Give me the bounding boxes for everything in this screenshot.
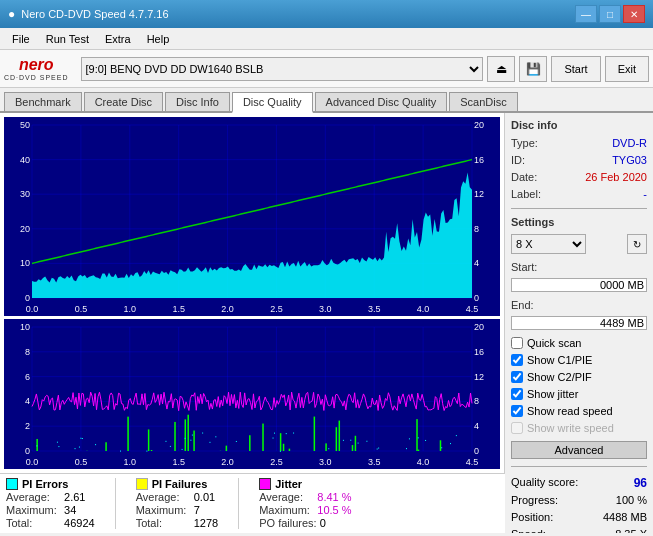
- disc-type-value: DVD-R: [612, 137, 647, 149]
- pi-errors-total: Total: 46924: [6, 517, 95, 529]
- tab-disc-info[interactable]: Disc Info: [165, 92, 230, 111]
- menu-extra[interactable]: Extra: [97, 31, 139, 47]
- tab-disc-quality[interactable]: Disc Quality: [232, 92, 313, 113]
- pi-errors-total-val: 46924: [64, 517, 95, 529]
- pi-errors-label: PI Errors: [22, 478, 68, 490]
- jitter-po-val: 0: [320, 517, 326, 529]
- advanced-button[interactable]: Advanced: [511, 441, 647, 459]
- pi-failures-max: Maximum: 7: [136, 504, 219, 516]
- close-button[interactable]: ✕: [623, 5, 645, 23]
- show-jitter-checkbox[interactable]: [511, 388, 523, 400]
- tab-advanced-disc-quality[interactable]: Advanced Disc Quality: [315, 92, 448, 111]
- pi-failures-group: PI Failures Average: 0.01 Maximum: 7 Tot…: [136, 478, 219, 529]
- save-button[interactable]: 💾: [519, 56, 547, 82]
- show-c1pie-row: Show C1/PIE: [511, 354, 647, 366]
- tab-create-disc[interactable]: Create Disc: [84, 92, 163, 111]
- pi-failures-max-val: 7: [194, 504, 200, 516]
- title-bar-left: ● Nero CD-DVD Speed 4.7.7.16: [8, 7, 169, 21]
- chart-area: [0, 113, 505, 473]
- quick-scan-row: Quick scan: [511, 337, 647, 349]
- menu-run-test[interactable]: Run Test: [38, 31, 97, 47]
- stats-area: PI Errors Average: 2.61 Maximum: 34 Tota…: [0, 473, 505, 533]
- drive-select[interactable]: [9:0] BENQ DVD DD DW1640 BSLB: [81, 57, 484, 81]
- show-write-speed-checkbox[interactable]: [511, 422, 523, 434]
- nero-logo-sub: CD·DVD SPEED: [4, 74, 69, 81]
- upper-chart: [4, 117, 500, 316]
- speed-value: 8.35 X: [615, 528, 647, 533]
- settings-title: Settings: [511, 216, 647, 228]
- eject-button[interactable]: ⏏: [487, 56, 515, 82]
- pi-errors-group: PI Errors Average: 2.61 Maximum: 34 Tota…: [6, 478, 95, 529]
- show-read-speed-checkbox[interactable]: [511, 405, 523, 417]
- lower-chart-container: [4, 319, 500, 469]
- quick-scan-label: Quick scan: [527, 337, 581, 349]
- speed-row: 8 X Maximum 1 X 2 X 4 X 16 X ↻: [511, 234, 647, 254]
- menu-help[interactable]: Help: [139, 31, 178, 47]
- disc-id-label: ID:: [511, 154, 525, 166]
- start-input[interactable]: 0000 MB: [511, 278, 647, 292]
- divider-1: [115, 478, 116, 529]
- disc-id-row: ID: TYG03: [511, 154, 647, 166]
- upper-chart-container: [4, 117, 500, 316]
- right-panel: Disc info Type: DVD-R ID: TYG03 Date: 26…: [505, 113, 653, 533]
- show-write-speed-row: Show write speed: [511, 422, 647, 434]
- exit-button[interactable]: Exit: [605, 56, 649, 82]
- refresh-button[interactable]: ↻: [627, 234, 647, 254]
- pi-errors-header: PI Errors: [6, 478, 95, 490]
- nero-logo-text: nero: [19, 56, 54, 74]
- disc-label-label: Label:: [511, 188, 541, 200]
- pi-failures-total-val: 1278: [194, 517, 218, 529]
- show-c1pie-label: Show C1/PIE: [527, 354, 592, 366]
- divider-quality: [511, 466, 647, 467]
- jitter-label: Jitter: [275, 478, 302, 490]
- app-icon: ●: [8, 7, 15, 21]
- quick-scan-checkbox[interactable]: [511, 337, 523, 349]
- show-read-speed-row: Show read speed: [511, 405, 647, 417]
- tab-scandisc[interactable]: ScanDisc: [449, 92, 517, 111]
- jitter-max-val: 10.5 %: [317, 504, 351, 516]
- lower-chart: [4, 319, 500, 469]
- menu-bar: File Run Test Extra Help: [0, 28, 653, 50]
- jitter-avg-val: 8.41 %: [317, 491, 351, 503]
- show-c2pif-checkbox[interactable]: [511, 371, 523, 383]
- pi-errors-max: Maximum: 34: [6, 504, 95, 516]
- divider-settings: [511, 208, 647, 209]
- show-read-speed-label: Show read speed: [527, 405, 613, 417]
- pi-failures-avg-val: 0.01: [194, 491, 215, 503]
- nero-logo: nero CD·DVD SPEED: [4, 56, 69, 81]
- speed-select[interactable]: 8 X Maximum 1 X 2 X 4 X 16 X: [511, 234, 586, 254]
- jitter-header: Jitter: [259, 478, 351, 490]
- disc-date-value: 26 Feb 2020: [585, 171, 647, 183]
- charts-and-stats: PI Errors Average: 2.61 Maximum: 34 Tota…: [0, 113, 505, 533]
- show-jitter-row: Show jitter: [511, 388, 647, 400]
- pi-failures-color: [136, 478, 148, 490]
- progress-value: 100 %: [616, 494, 647, 506]
- progress-row: Progress: 100 %: [511, 494, 647, 506]
- pi-errors-avg: Average: 2.61: [6, 491, 95, 503]
- disc-id-value: TYG03: [612, 154, 647, 166]
- tab-benchmark[interactable]: Benchmark: [4, 92, 82, 111]
- quality-score-label: Quality score:: [511, 476, 578, 490]
- disc-type-row: Type: DVD-R: [511, 137, 647, 149]
- disc-label-row: Label: -: [511, 188, 647, 200]
- maximize-button[interactable]: □: [599, 5, 621, 23]
- pi-failures-total: Total: 1278: [136, 517, 219, 529]
- quality-score-row: Quality score: 96: [511, 476, 647, 490]
- show-c1pie-checkbox[interactable]: [511, 354, 523, 366]
- disc-type-label: Type:: [511, 137, 538, 149]
- jitter-po: PO failures: 0: [259, 517, 351, 529]
- divider-2: [238, 478, 239, 529]
- title-bar: ● Nero CD-DVD Speed 4.7.7.16 — □ ✕: [0, 0, 653, 28]
- pi-errors-avg-val: 2.61: [64, 491, 85, 503]
- pi-failures-avg: Average: 0.01: [136, 491, 219, 503]
- menu-file[interactable]: File: [4, 31, 38, 47]
- end-label: End:: [511, 299, 647, 311]
- minimize-button[interactable]: —: [575, 5, 597, 23]
- show-jitter-label: Show jitter: [527, 388, 578, 400]
- position-row: Position: 4488 MB: [511, 511, 647, 523]
- tabs: Benchmark Create Disc Disc Info Disc Qua…: [0, 88, 653, 113]
- end-input[interactable]: 4489 MB: [511, 316, 647, 330]
- pi-failures-header: PI Failures: [136, 478, 219, 490]
- start-button[interactable]: Start: [551, 56, 600, 82]
- jitter-avg: Average: 8.41 %: [259, 491, 351, 503]
